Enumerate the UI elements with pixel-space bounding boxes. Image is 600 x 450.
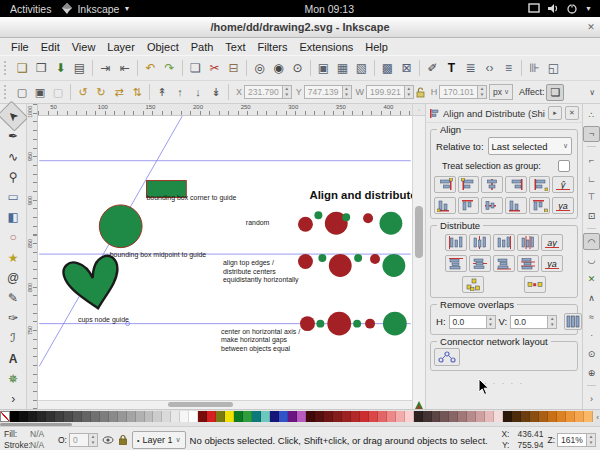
print-document-button[interactable]: ▤ <box>70 58 89 78</box>
row-center-axis-circle-red[interactable] <box>365 319 375 329</box>
snap-nodes-button[interactable]: ◠ <box>583 233 600 250</box>
row-align-top-circle-green[interactable] <box>354 254 362 262</box>
palette-swatch-0c7a22[interactable] <box>234 411 243 422</box>
align-right-to-anchor-left-button[interactable] <box>434 176 456 193</box>
window-close-button[interactable]: ✕ <box>582 22 600 32</box>
menu-filters[interactable]: Filters <box>253 40 293 54</box>
palette-swatch-f9cfcf[interactable] <box>405 411 414 422</box>
palette-swatch-bebebe[interactable] <box>145 411 154 422</box>
palette-swatch-f2dcdc[interactable] <box>494 411 503 422</box>
new-document-button[interactable]: ❑ <box>13 58 32 78</box>
palette-swatch-dd8224[interactable] <box>557 411 566 422</box>
snap-bounding-box-button[interactable]: ¬ <box>583 126 600 143</box>
zoom-spinbox[interactable]: 161% ▲▼ <box>557 433 596 447</box>
toolbox-expander[interactable]: › <box>1 389 25 409</box>
menu-help[interactable]: Help <box>360 40 393 54</box>
palette-swatch-443333[interactable] <box>423 411 432 422</box>
relative-to-select[interactable]: Last selected ∨ <box>488 137 572 155</box>
activities-button[interactable]: Activities <box>10 3 51 15</box>
palette-swatch-0c7a7a[interactable] <box>252 411 261 422</box>
randomize-positions-button[interactable] <box>462 276 484 293</box>
color-managed-icon[interactable] <box>413 400 425 409</box>
palette-swatch-d94747[interactable] <box>369 411 378 422</box>
paste-button[interactable]: ⊟ <box>224 58 243 78</box>
snap-paths-button[interactable]: ◡ <box>583 252 600 269</box>
green-heart[interactable] <box>62 254 124 313</box>
label-random[interactable]: random <box>246 219 270 226</box>
palette-swatch-896666[interactable] <box>449 411 458 422</box>
menu-edit[interactable]: Edit <box>36 40 65 54</box>
palette-swatch-4c2c0b[interactable] <box>512 411 521 422</box>
power-icon[interactable] <box>566 3 578 14</box>
palette-swatch-f4a54f[interactable] <box>575 411 584 422</box>
lower-button[interactable]: ↓ <box>189 84 207 101</box>
align-top-to-anchor-bottom-button[interactable] <box>529 197 551 214</box>
palette-swatch-a07878[interactable] <box>458 411 467 422</box>
toolbar-grip[interactable] <box>4 85 9 99</box>
document-properties-button[interactable]: ◱ <box>544 58 563 78</box>
green-circle[interactable] <box>100 205 143 248</box>
distribute-text-horizontal-button[interactable]: ay <box>541 234 563 251</box>
palette-swatch-3f3f3f[interactable] <box>55 411 64 422</box>
palette-scrollbar-thumb[interactable] <box>0 423 72 426</box>
palette-swatch-e8e8e8[interactable] <box>171 411 180 422</box>
field-w-spinbox[interactable]: 199.921▲▼ <box>366 85 414 99</box>
spin-arrows[interactable]: ▲▼ <box>547 315 557 329</box>
distribute-text-vertical-button[interactable]: ya <box>541 255 563 272</box>
align-distribute-dialog-button[interactable]: ⊪ <box>525 58 544 78</box>
palette-swatch-f6f6f6[interactable] <box>180 411 189 422</box>
vertical-scrollbar[interactable] <box>413 116 425 400</box>
distribute-top-edges-button[interactable] <box>445 255 467 272</box>
palette-swatch-d42020[interactable] <box>207 411 216 422</box>
palette-swatch-6b3d0e[interactable] <box>521 411 530 422</box>
row-align-top-circle-red[interactable] <box>329 254 352 277</box>
align-left-edges-button[interactable] <box>458 176 480 193</box>
flip-vertical-button[interactable]: ⇅ <box>128 84 146 101</box>
lock-ratio-icon[interactable] <box>416 87 425 98</box>
row-center-axis-circle-red[interactable] <box>328 312 352 336</box>
palette-swatch-none[interactable] <box>0 411 10 422</box>
ellipse-tool[interactable]: ○ <box>1 227 25 247</box>
copy-button[interactable]: ❏ <box>186 58 205 78</box>
palette-swatch-979797[interactable] <box>118 411 127 422</box>
center-on-vertical-axis-button[interactable] <box>481 176 503 193</box>
palette-swatch-f3abab[interactable] <box>396 411 405 422</box>
palette-scroll-left-icon[interactable]: ‹ <box>596 413 599 422</box>
fill-value[interactable]: N/A <box>30 429 54 440</box>
palette-swatch-646464[interactable] <box>82 411 91 422</box>
palette-swatch-7a0c0c[interactable] <box>198 411 207 422</box>
horizontal-scrollbar[interactable] <box>38 400 412 409</box>
spin-arrows[interactable]: ▲▼ <box>586 433 596 447</box>
export-image-button[interactable]: ⇤ <box>115 58 134 78</box>
menu-object[interactable]: Object <box>142 40 184 54</box>
align-top-edges-button[interactable] <box>458 197 480 214</box>
menu-file[interactable]: File <box>6 40 34 54</box>
treat-as-group-checkbox[interactable] <box>558 160 570 172</box>
align-right-edges-button[interactable] <box>505 176 527 193</box>
row-random-circle-green[interactable] <box>380 212 403 235</box>
palette-swatch-000000[interactable] <box>10 411 19 422</box>
canvas[interactable]: Align and distributebounding box corner … <box>38 116 412 400</box>
palette-swatch-333333[interactable] <box>46 411 55 422</box>
current-layer-select[interactable]: • Layer 1 ∨ <box>132 431 186 449</box>
palette-swatch-400a0a[interactable] <box>306 411 315 422</box>
objects-dialog-button[interactable]: ≡ <box>499 58 518 78</box>
panel-resize-handle[interactable]: · · · · · <box>426 379 582 388</box>
snap-rotation-centers-button[interactable]: ⊕ <box>583 365 600 382</box>
distribute-centers-horizontally-button[interactable] <box>469 234 491 251</box>
spin-arrows[interactable]: ▲▼ <box>88 433 98 447</box>
row-center-axis-circle-green[interactable] <box>383 312 407 336</box>
spiral-tool[interactable]: @ <box>1 268 25 288</box>
remove-overlaps-button[interactable] <box>564 313 582 330</box>
align-text-baselines-button[interactable]: ya <box>552 197 574 214</box>
fill-stroke-dialog-button[interactable]: ✐ <box>423 58 442 78</box>
snap-enable-button[interactable]: ∴ <box>583 107 600 124</box>
distribute-centers-vertically-button[interactable] <box>469 255 491 272</box>
palette-swatch-b32828[interactable] <box>351 411 360 422</box>
panel-close-button[interactable]: ✕ <box>565 106 579 120</box>
palette-swatch-6e1616[interactable] <box>324 411 333 422</box>
flip-horizontal-button[interactable]: ⇄ <box>110 84 128 101</box>
menu-view[interactable]: View <box>67 40 101 54</box>
vertical-scrollbar-thumb[interactable] <box>415 206 423 258</box>
unit-select[interactable]: px∨ <box>489 84 513 100</box>
